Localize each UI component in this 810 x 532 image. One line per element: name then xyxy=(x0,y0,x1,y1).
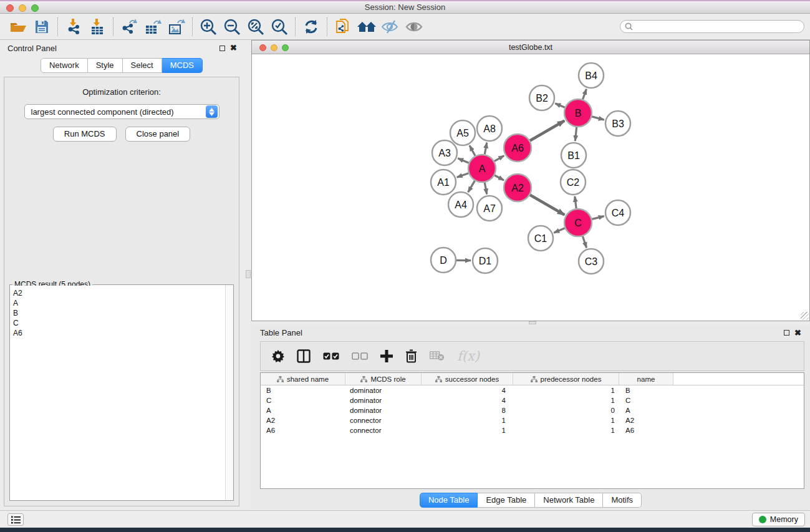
table-row[interactable]: Bdominator41B xyxy=(261,385,804,395)
close-panel-icon[interactable]: ✖ xyxy=(794,330,801,336)
show-panel-button[interactable] xyxy=(402,16,426,38)
apply-layout-button[interactable] xyxy=(299,16,323,38)
graph-edge-C-C4[interactable] xyxy=(592,216,604,220)
network-canvas[interactable]: B4B2BB3A5A8A6A3B1AA1C2A2A4A7C4CC1DD1C3 xyxy=(252,54,809,321)
result-item[interactable]: A6 xyxy=(13,328,224,338)
float-panel-icon[interactable] xyxy=(219,46,225,51)
horizontal-splitter[interactable] xyxy=(251,321,810,325)
result-item[interactable]: A xyxy=(13,298,224,308)
result-item[interactable]: A2 xyxy=(13,288,224,298)
column-header-successor-nodes[interactable]: successor nodes xyxy=(422,373,513,385)
result-item[interactable]: C xyxy=(13,318,224,328)
graph-edge-A-A6[interactable] xyxy=(494,156,504,162)
zoom-fit-button[interactable] xyxy=(244,16,268,38)
tab-node-table[interactable]: Node Table xyxy=(420,493,478,508)
minimize-network-button[interactable] xyxy=(271,44,277,51)
table-cell[interactable]: B xyxy=(261,387,345,394)
zoom-in-button[interactable] xyxy=(196,16,220,38)
table-cell[interactable]: 0 xyxy=(513,407,619,414)
table-cell[interactable]: C xyxy=(261,397,345,404)
table-cell[interactable]: 1 xyxy=(513,397,619,404)
table-cell[interactable]: dominator xyxy=(345,397,422,404)
table-cell[interactable]: A xyxy=(619,407,673,414)
graph-edge-A-A7[interactable] xyxy=(485,183,487,195)
maximize-network-button[interactable] xyxy=(282,44,289,51)
table-row[interactable]: A2connector11A2 xyxy=(261,415,804,425)
table-cell[interactable]: A6 xyxy=(619,427,673,434)
delete-column-button[interactable] xyxy=(405,349,417,363)
table-cell[interactable]: 1 xyxy=(513,387,619,394)
network-window-controls[interactable] xyxy=(259,44,289,51)
save-session-button[interactable] xyxy=(30,16,54,38)
table-cell[interactable]: 1 xyxy=(513,417,619,424)
minimize-window-button[interactable] xyxy=(19,4,26,12)
table-cell[interactable]: connector xyxy=(345,417,422,424)
graph-edge-B-B4[interactable] xyxy=(583,89,587,100)
table-settings-button[interactable] xyxy=(272,350,284,362)
graph-edge-A-A4[interactable] xyxy=(468,181,475,192)
table-cell[interactable]: 8 xyxy=(422,407,513,414)
deselect-all-button[interactable] xyxy=(352,352,368,360)
graph-edge-B-B1[interactable] xyxy=(575,127,576,141)
graph-edge-C-C3[interactable] xyxy=(582,236,586,248)
select-all-button[interactable] xyxy=(323,352,339,360)
optimization-criterion-select[interactable]: largest connected component (directed) xyxy=(24,104,219,119)
maximize-window-button[interactable] xyxy=(31,4,39,12)
table-cell[interactable]: 1 xyxy=(422,417,513,424)
graph-edge-A2-C[interactable] xyxy=(530,195,564,215)
hide-panel-button[interactable] xyxy=(378,16,402,38)
splitter-handle[interactable] xyxy=(246,270,251,278)
result-item[interactable]: B xyxy=(13,308,224,318)
graph-edge-A-A3[interactable] xyxy=(458,158,469,163)
table-cell[interactable]: 1 xyxy=(422,427,513,434)
tab-network[interactable]: Network xyxy=(41,58,88,73)
result-scrollbar[interactable] xyxy=(225,285,233,500)
graph-edge-B-B3[interactable] xyxy=(592,117,604,120)
home-button[interactable] xyxy=(355,16,378,38)
tab-edge-table[interactable]: Edge Table xyxy=(478,493,535,508)
graph-edge-A-A5[interactable] xyxy=(470,145,475,156)
memory-button[interactable]: Memory xyxy=(752,513,805,526)
import-table-button[interactable] xyxy=(85,16,109,38)
column-header-predecessor-nodes[interactable]: predecessor nodes xyxy=(513,373,619,385)
zoom-selected-button[interactable] xyxy=(268,16,291,38)
window-controls[interactable] xyxy=(6,4,39,12)
tab-style[interactable]: Style xyxy=(88,58,123,73)
mcds-result-list[interactable]: A2ABCA6 xyxy=(11,286,224,500)
tab-select[interactable]: Select xyxy=(123,58,162,73)
table-row[interactable]: Cdominator41C xyxy=(261,395,804,405)
import-network-button[interactable] xyxy=(62,16,85,38)
graph-edge-A-A1[interactable] xyxy=(457,173,469,178)
close-window-button[interactable] xyxy=(6,4,14,12)
splitter-handle[interactable] xyxy=(529,321,536,324)
column-header-name[interactable]: name xyxy=(619,373,673,385)
table-cell[interactable]: A xyxy=(261,407,345,414)
table-cell[interactable]: A2 xyxy=(261,417,345,424)
tab-network-table[interactable]: Network Table xyxy=(535,493,603,508)
table-cell[interactable]: A6 xyxy=(261,427,345,434)
close-network-button[interactable] xyxy=(259,44,266,51)
vertical-splitter[interactable] xyxy=(243,40,251,510)
search-field[interactable] xyxy=(620,20,804,33)
table-cell[interactable]: connector xyxy=(345,427,422,434)
close-panel-button[interactable]: Close panel xyxy=(125,127,191,142)
close-panel-icon[interactable]: ✖ xyxy=(230,45,237,51)
table-row[interactable]: A6connector11A6 xyxy=(261,425,804,435)
table-cell[interactable]: 1 xyxy=(513,427,619,434)
add-column-button[interactable] xyxy=(380,350,393,362)
table-cell[interactable]: 4 xyxy=(422,387,513,394)
column-header-shared-name[interactable]: shared name xyxy=(261,373,345,385)
export-network-button[interactable] xyxy=(117,16,141,38)
graph-edge-A6-B[interactable] xyxy=(530,120,564,140)
float-panel-icon[interactable] xyxy=(784,330,789,336)
graph-edge-B-B2[interactable] xyxy=(555,104,564,107)
search-input[interactable] xyxy=(635,22,804,31)
export-image-button[interactable] xyxy=(165,16,188,38)
column-manager-button[interactable] xyxy=(297,349,311,363)
run-mcds-button[interactable]: Run MCDS xyxy=(53,127,117,142)
tab-motifs[interactable]: Motifs xyxy=(603,493,642,508)
task-history-button[interactable] xyxy=(7,513,24,526)
graph-edge-C-C2[interactable] xyxy=(575,196,576,208)
clone-network-button[interactable] xyxy=(331,16,355,38)
tab-mcds[interactable]: MCDS xyxy=(162,58,203,73)
